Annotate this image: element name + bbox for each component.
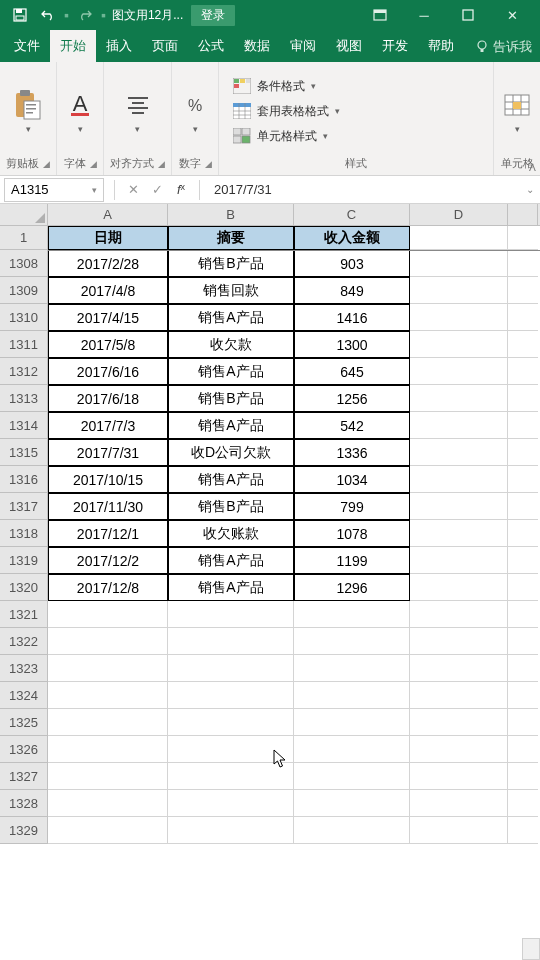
cell[interactable] <box>168 601 294 628</box>
cell[interactable] <box>410 385 508 412</box>
cell[interactable]: 销售A产品 <box>168 358 294 385</box>
row-header[interactable]: 1328 <box>0 790 48 817</box>
cell[interactable] <box>294 817 410 844</box>
cell[interactable] <box>168 709 294 736</box>
cell[interactable] <box>508 331 538 358</box>
cell[interactable] <box>410 250 508 277</box>
cell[interactable] <box>508 277 538 304</box>
cell[interactable] <box>294 682 410 709</box>
cell[interactable] <box>508 547 538 574</box>
cell[interactable] <box>508 439 538 466</box>
row-header[interactable]: 1325 <box>0 709 48 736</box>
tab-page[interactable]: 页面 <box>142 30 188 62</box>
login-button[interactable]: 登录 <box>191 5 235 26</box>
cell[interactable] <box>48 763 168 790</box>
number-dropdown[interactable]: ▾ <box>193 124 198 134</box>
enter-formula-button[interactable]: ✓ <box>145 182 169 197</box>
cell[interactable]: 1336 <box>294 439 410 466</box>
cell[interactable]: 销售A产品 <box>168 466 294 493</box>
row-header[interactable]: 1319 <box>0 547 48 574</box>
cell[interactable]: 销售A产品 <box>168 547 294 574</box>
cell[interactable] <box>410 304 508 331</box>
cell[interactable] <box>294 736 410 763</box>
row-header[interactable]: 1312 <box>0 358 48 385</box>
conditional-format-button[interactable]: 条件格式▾ <box>233 76 340 97</box>
row-header[interactable]: 1316 <box>0 466 48 493</box>
tab-view[interactable]: 视图 <box>326 30 372 62</box>
row-header[interactable]: 1311 <box>0 331 48 358</box>
cell[interactable]: 摘要 <box>168 226 294 250</box>
cell[interactable]: 2017/7/3 <box>48 412 168 439</box>
cell[interactable]: 542 <box>294 412 410 439</box>
select-all-button[interactable] <box>0 204 48 226</box>
cell[interactable]: 收D公司欠款 <box>168 439 294 466</box>
close-button[interactable]: ✕ <box>490 0 534 30</box>
cell[interactable] <box>294 601 410 628</box>
tell-me[interactable]: 告诉我 <box>471 38 540 62</box>
cell[interactable] <box>410 358 508 385</box>
cell[interactable] <box>48 682 168 709</box>
cell[interactable]: 收欠账款 <box>168 520 294 547</box>
cell-styles-button[interactable]: 单元格样式▾ <box>233 126 340 147</box>
cell[interactable]: 2017/2/28 <box>48 250 168 277</box>
cell[interactable] <box>410 682 508 709</box>
cell[interactable]: 2017/7/31 <box>48 439 168 466</box>
cell[interactable] <box>508 601 538 628</box>
clipboard-launcher[interactable]: ◢ <box>43 159 50 169</box>
cell[interactable] <box>508 385 538 412</box>
cell[interactable] <box>410 520 508 547</box>
col-header-d[interactable]: D <box>410 204 508 225</box>
cell[interactable] <box>508 304 538 331</box>
fx-button[interactable]: fx <box>169 182 193 197</box>
cell[interactable]: 销售B产品 <box>168 385 294 412</box>
cell[interactable]: 2017/6/16 <box>48 358 168 385</box>
cell[interactable]: 2017/6/18 <box>48 385 168 412</box>
maximize-button[interactable] <box>446 0 490 30</box>
col-header-c[interactable]: C <box>294 204 410 225</box>
redo-button[interactable] <box>71 2 99 28</box>
row-header[interactable]: 1309 <box>0 277 48 304</box>
table-format-button[interactable]: 套用表格格式▾ <box>233 101 340 122</box>
tab-formula[interactable]: 公式 <box>188 30 234 62</box>
cell[interactable] <box>410 439 508 466</box>
row-header[interactable]: 1327 <box>0 763 48 790</box>
cell[interactable]: 2017/11/30 <box>48 493 168 520</box>
row-header[interactable]: 1308 <box>0 250 48 277</box>
row-header[interactable]: 1313 <box>0 385 48 412</box>
cells-icon[interactable] <box>500 88 534 122</box>
tab-home[interactable]: 开始 <box>50 30 96 62</box>
row-header[interactable]: 1318 <box>0 520 48 547</box>
cell[interactable]: 销售B产品 <box>168 493 294 520</box>
cell[interactable]: 2017/12/8 <box>48 574 168 601</box>
col-header-extra[interactable] <box>508 204 538 225</box>
cell[interactable] <box>48 709 168 736</box>
save-button[interactable] <box>6 2 34 28</box>
align-launcher[interactable]: ◢ <box>158 159 165 169</box>
row-header[interactable]: 1321 <box>0 601 48 628</box>
row-header[interactable]: 1314 <box>0 412 48 439</box>
cell[interactable] <box>168 817 294 844</box>
cell[interactable] <box>508 628 538 655</box>
cell[interactable]: 1078 <box>294 520 410 547</box>
cell[interactable] <box>410 493 508 520</box>
cell[interactable] <box>168 655 294 682</box>
undo-button[interactable] <box>34 2 62 28</box>
font-launcher[interactable]: ◢ <box>90 159 97 169</box>
cell[interactable] <box>410 628 508 655</box>
cell[interactable] <box>508 682 538 709</box>
ribbon-options-button[interactable] <box>358 0 402 30</box>
cancel-formula-button[interactable]: ✕ <box>121 182 145 197</box>
cell[interactable] <box>508 493 538 520</box>
row-header[interactable]: 1323 <box>0 655 48 682</box>
row-header[interactable]: 1326 <box>0 736 48 763</box>
cell[interactable]: 日期 <box>48 226 168 250</box>
row-header[interactable]: 1324 <box>0 682 48 709</box>
cell[interactable] <box>508 709 538 736</box>
tab-review[interactable]: 审阅 <box>280 30 326 62</box>
font-icon[interactable]: A <box>63 88 97 122</box>
cell[interactable] <box>508 817 538 844</box>
cell[interactable]: 2017/4/15 <box>48 304 168 331</box>
cell[interactable] <box>410 466 508 493</box>
cell[interactable]: 1256 <box>294 385 410 412</box>
cell[interactable] <box>410 574 508 601</box>
